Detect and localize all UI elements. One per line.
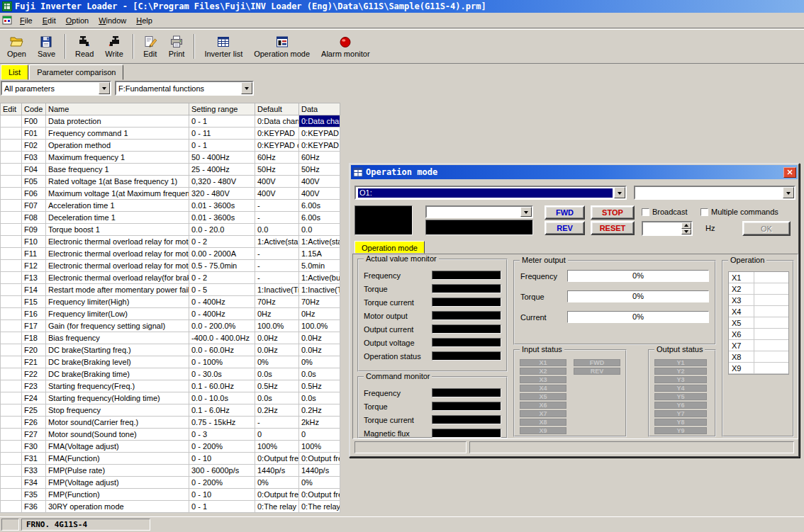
cell-code[interactable]: F03	[22, 152, 46, 164]
cell-code[interactable]: F07	[22, 200, 46, 212]
cell-name[interactable]: Motor sound(Carrier freq.)	[46, 417, 189, 429]
cell-edit[interactable]	[1, 176, 22, 188]
cell-data[interactable]: 0:KEYPAD o	[299, 140, 340, 152]
cell-range[interactable]: 0 - 100%	[189, 356, 255, 368]
table-row-f22[interactable]: F22DC brake(Braking time)0 - 30.0s0.0s0.…	[1, 368, 340, 380]
cell-default[interactable]: 0%	[255, 356, 299, 368]
cell-default[interactable]: 1:Inactive(Tr	[255, 284, 299, 296]
cell-edit[interactable]	[1, 260, 22, 272]
ok-button[interactable]: OK	[742, 221, 791, 236]
cell-edit[interactable]	[1, 392, 22, 404]
cell-name[interactable]: Stop frequency	[46, 404, 189, 417]
cell-edit[interactable]	[1, 115, 22, 128]
toolbar-button-read[interactable]: Read	[69, 33, 99, 60]
cell-range[interactable]: 0.1 - 60.0Hz	[189, 380, 255, 392]
cell-data[interactable]: 0.0Hz	[299, 344, 340, 356]
chevron-down-icon[interactable]	[783, 187, 794, 198]
cell-default[interactable]: 0.0s	[255, 368, 299, 380]
operation-row-x3[interactable]: X3	[729, 295, 788, 306]
cell-code[interactable]: F21	[22, 356, 46, 368]
spin-down-icon[interactable]	[681, 229, 691, 235]
cell-name[interactable]: Electronic thermal overload relay for mo…	[46, 248, 189, 260]
cell-default[interactable]: 0.0Hz	[255, 344, 299, 356]
cell-name[interactable]: Torque boost 1	[46, 224, 189, 236]
cell-edit[interactable]	[1, 128, 22, 140]
cell-edit[interactable]	[1, 429, 22, 441]
operation-row-x9[interactable]: X9	[729, 363, 788, 374]
table-row-f08[interactable]: F08Deceleration time 10.01 - 3600s-6.00s	[1, 212, 340, 224]
cell-data[interactable]: 0	[299, 429, 340, 441]
cell-data[interactable]: 0:KEYPAD	[299, 128, 340, 140]
cell-range[interactable]: 0 - 400Hz	[189, 296, 255, 308]
cell-code[interactable]: F13	[22, 272, 46, 284]
cell-data[interactable]: 400V	[299, 176, 340, 188]
cell-code[interactable]: F08	[22, 212, 46, 224]
cell-range[interactable]: 0.01 - 3600s	[189, 200, 255, 212]
table-row-f25[interactable]: F25Stop frequency0.1 - 6.0Hz0.2Hz0.2Hz	[1, 404, 340, 417]
rev-button[interactable]: REV	[545, 221, 585, 235]
cell-data[interactable]: 1:Active(sta	[299, 236, 340, 248]
cell-name[interactable]: Restart mode after momentary power fail	[46, 284, 189, 296]
checkbox-icon[interactable]	[700, 208, 708, 216]
cell-name[interactable]: FMP(Function)	[46, 489, 189, 501]
cell-range[interactable]: 25 - 400Hz	[189, 164, 255, 176]
operation-row-x6[interactable]: X6	[729, 329, 788, 340]
table-row-f09[interactable]: F09Torque boost 10.0 - 20.00.00.0	[1, 224, 340, 236]
cell-code[interactable]: F06	[22, 188, 46, 200]
cell-default[interactable]: 0:KEYPAD o	[255, 140, 299, 152]
cell-data[interactable]: 0:Output fre	[299, 453, 340, 465]
cell-name[interactable]: Frequency limiter(Low)	[46, 308, 189, 320]
cell-name[interactable]: FMP(Voltage adjust)	[46, 477, 189, 489]
table-row-f18[interactable]: F18Bias frequency-400.0 - 400.0Hz0.0Hz0.…	[1, 332, 340, 344]
cell-range[interactable]: 0.0 - 200.0%	[189, 320, 255, 332]
cell-edit[interactable]	[1, 368, 22, 380]
table-row-f36[interactable]: F3630RY operation mode0 - 10:The relay0:…	[1, 501, 340, 513]
cell-data[interactable]: 100%	[299, 441, 340, 453]
cell-range[interactable]: 0.0 - 10.0s	[189, 392, 255, 404]
cell-default[interactable]: 100%	[255, 441, 299, 453]
cell-code[interactable]: F34	[22, 477, 46, 489]
cell-range[interactable]: 0.0 - 60.0Hz	[189, 344, 255, 356]
document-icon[interactable]	[2, 16, 13, 26]
table-row-f27[interactable]: F27Motor sound(Sound tone)0 - 300	[1, 429, 340, 441]
toolbar-button-inverter-list[interactable]: Inverter list	[199, 33, 248, 60]
parameter-group-select[interactable]: All parameters	[1, 81, 111, 96]
function-group-select[interactable]: F:Fundamental functions	[115, 81, 254, 96]
cell-range[interactable]: 0.75 - 15kHz	[189, 417, 255, 429]
cell-name[interactable]: FMA(Function)	[46, 453, 189, 465]
checkbox-icon[interactable]	[642, 208, 649, 216]
table-row-f30[interactable]: F30FMA(Voltage adjust)0 - 200%100%100%	[1, 441, 340, 453]
tab-parameter-comparison[interactable]: Parameter comparison	[29, 64, 123, 80]
cell-data[interactable]: 50Hz	[299, 164, 340, 176]
close-icon[interactable]	[783, 167, 796, 178]
table-row-f21[interactable]: F21DC brake(Braking level)0 - 100%0%0%	[1, 356, 340, 368]
tab-list[interactable]: List	[1, 64, 28, 80]
column-header-name[interactable]: Name	[46, 103, 189, 115]
tab-operation-mode[interactable]: Operation mode	[354, 241, 425, 254]
cell-name[interactable]: DC brake(Braking level)	[46, 356, 189, 368]
table-row-f16[interactable]: F16Frequency limiter(Low)0 - 400Hz0Hz0Hz	[1, 308, 340, 320]
cell-name[interactable]: Electronic thermal overload relay for mo…	[46, 260, 189, 272]
cell-edit[interactable]	[1, 489, 22, 501]
cell-range[interactable]: 0.00 - 2000A	[189, 248, 255, 260]
table-row-f07[interactable]: F07Acceleration time 10.01 - 3600s-6.00s	[1, 200, 340, 212]
cell-data[interactable]: 0.0	[299, 224, 340, 236]
cell-edit[interactable]	[1, 356, 22, 368]
table-row-f33[interactable]: F33FMP(Pulse rate)300 - 6000p/s1440p/s14…	[1, 465, 340, 477]
cell-data[interactable]: 60Hz	[299, 152, 340, 164]
cell-range[interactable]: 0.0 - 20.0	[189, 224, 255, 236]
chevron-down-icon[interactable]	[614, 187, 625, 198]
cell-name[interactable]: Data protection	[46, 115, 189, 128]
cell-edit[interactable]	[1, 200, 22, 212]
cell-data[interactable]: 100.0%	[299, 320, 340, 332]
cell-code[interactable]: F02	[22, 140, 46, 152]
cell-range[interactable]: 0 - 5	[189, 284, 255, 296]
cell-range[interactable]: -400.0 - 400.0Hz	[189, 332, 255, 344]
cell-default[interactable]: 50Hz	[255, 164, 299, 176]
cell-default[interactable]: 0:Output fre	[255, 453, 299, 465]
cell-data[interactable]: 5.0min	[299, 260, 340, 272]
cell-name[interactable]: Maximum voltage 1(at Maximum frequenc	[46, 188, 189, 200]
cell-data[interactable]: 0:The relay	[299, 501, 340, 513]
table-row-f10[interactable]: F10Electronic thermal overload relay for…	[1, 236, 340, 248]
cell-data[interactable]: 0.0Hz	[299, 332, 340, 344]
